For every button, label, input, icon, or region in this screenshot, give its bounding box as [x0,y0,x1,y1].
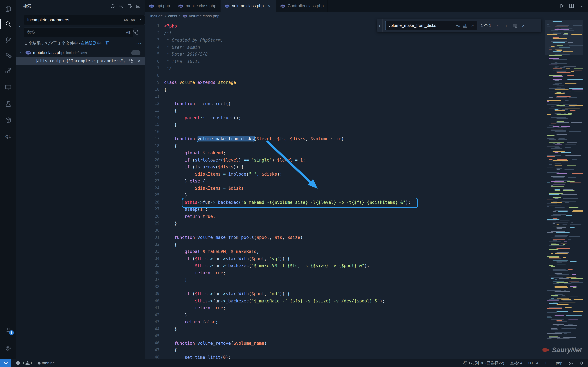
find-in-selection-icon[interactable] [511,22,519,30]
tab-volume-class-php[interactable]: php volume.class.php × [221,0,276,12]
code-line[interactable]: 33 global $_makeLVM, $_makeRaid; [145,248,540,255]
tabnine-status[interactable]: tabnine [38,361,55,365]
whole-word-icon[interactable]: ab [462,22,468,29]
search-match-row[interactable]: $this->output("Incomplete parameters", f… [17,57,145,65]
code-line[interactable]: 38 [145,283,540,290]
notifications-bell-icon[interactable] [579,361,584,366]
settings-button[interactable] [0,343,17,354]
dismiss-match-icon[interactable]: × [136,58,142,64]
code-line[interactable]: 28 return true; [145,213,540,220]
code-line[interactable]: 22 $diskItems = implode(" ", $disks); [145,171,540,178]
eol-status[interactable]: LF [545,361,550,365]
code-line[interactable]: 40 $this->fun->_backexec("$_makeRaid -f … [145,297,540,304]
sidebar-item-codeql[interactable]: QL [0,131,17,142]
sidebar-item-extensions[interactable] [0,66,17,77]
search-file-result[interactable]: › php mobile.class.php include/class 1 [17,49,145,57]
code-line[interactable]: 32 { [145,241,540,248]
code-line[interactable]: 5 * Date: 2019/5/8 [145,51,540,58]
previous-match-icon[interactable]: ↑ [494,22,502,30]
run-icon[interactable] [558,2,566,10]
code-line[interactable]: 30 [145,227,540,234]
sidebar-item-testing[interactable] [0,98,17,109]
replace-input[interactable] [26,30,125,35]
split-editor-icon[interactable] [568,2,576,10]
code-line[interactable]: 42 } [145,311,540,318]
tab-mobile-class-php[interactable]: php mobile.class.php [174,0,221,12]
whole-word-icon[interactable]: ab [130,17,136,23]
code-line[interactable]: 12 function __construct() [145,100,540,107]
match-case-icon[interactable]: Aa [455,22,461,29]
code-line[interactable]: 27 sleep(1); [145,206,540,213]
new-search-editor-icon[interactable] [126,3,133,10]
close-find-icon[interactable]: × [519,22,527,30]
code-line[interactable]: 24 $diskItems = $disks; [145,185,540,192]
remote-indicator[interactable]: >< [0,359,11,367]
code-line[interactable]: 26 $this->fun->_backexec("$_makemd -s{$v… [145,199,540,206]
problems-status[interactable]: 0 0 [16,361,33,365]
next-match-icon[interactable]: ↓ [502,22,510,30]
breadcrumb-item[interactable]: include [150,14,163,18]
code-line[interactable]: 23 } else { [145,178,540,185]
sidebar-item-explorer[interactable] [0,3,17,14]
close-tab-icon[interactable]: × [267,3,272,8]
match-case-icon[interactable]: Aa [122,17,129,23]
code-line[interactable]: 4 * User: admin [145,44,540,51]
code-line[interactable]: 13 { [145,107,540,114]
more-actions-icon[interactable]: ··· [578,2,585,10]
minimap[interactable] [545,20,583,359]
code-line[interactable]: 29 } [145,220,540,227]
cursor-position[interactable]: 行 17, 列 36 (已选择22) [463,360,504,366]
sidebar-item-search[interactable] [0,18,17,30]
broadcast-icon[interactable] [568,361,573,366]
code-line[interactable]: 15 } [145,121,540,128]
breadcrumb-item[interactable]: class [168,14,177,18]
code-line[interactable]: 3 * Created by PhpStorm. [145,37,540,44]
language-mode[interactable]: php [556,361,562,365]
preserve-case-icon[interactable]: AB [125,29,132,36]
accounts-button[interactable]: 1 [0,324,17,335]
collapse-all-icon[interactable] [135,3,142,10]
code-line[interactable]: 31 function volume_make_from_pools($pool… [145,234,540,241]
code-line[interactable]: 41 return true; [145,304,540,311]
code-line[interactable]: 25 } [145,192,540,199]
replace-all-icon[interactable] [131,27,140,37]
code-line[interactable]: 48 set_time_limit(0); [145,354,540,359]
regex-icon[interactable]: .* [469,22,476,29]
chevron-down-icon[interactable]: › [19,52,24,53]
clear-results-icon[interactable] [117,3,125,10]
code-line[interactable]: 11 [145,93,540,100]
code-line[interactable]: 45 [145,333,540,340]
code-line[interactable]: 46 function volume_remove($volume_name) [145,340,540,347]
toggle-replace-button[interactable]: › [17,23,23,30]
breadcrumb[interactable]: include › class › php volume.class.php [145,12,588,20]
indentation-status[interactable]: 空格: 4 [510,360,522,366]
toggle-replace-button[interactable]: › [377,19,383,32]
code-line[interactable]: 21 if (is_array($disks)) { [145,164,540,171]
more-actions-icon[interactable]: ··· [136,41,142,46]
tab-controller-class-php[interactable]: php Controller.class.php [276,0,328,12]
regex-icon[interactable]: .* [137,17,143,23]
code-line[interactable]: 8 [145,72,540,79]
code-lines[interactable]: 1<?php2/**3 * Created by PhpStorm.4 * Us… [145,20,540,359]
code-line[interactable]: 35 $this->fun->_backexec("$_makeLVM -f {… [145,262,540,269]
code-line[interactable]: 14 parent::__construct(); [145,114,540,121]
code-line[interactable]: 10{ [145,86,540,93]
tab-api-php[interactable]: php api.php [145,0,174,12]
find-input[interactable] [388,23,455,28]
code-editor[interactable]: 1<?php2/**3 * Created by PhpStorm.4 * Us… [145,20,588,359]
sidebar-item-source-control[interactable] [0,34,17,45]
code-line[interactable]: 34 if ($this->fun->startWith($pool, "vg"… [145,255,540,262]
sidebar-item-run-debug[interactable] [0,50,17,61]
code-line[interactable]: 17 function volume_make_from_disks($leve… [145,135,540,142]
code-line[interactable]: 36 return true; [145,269,540,276]
code-line[interactable]: 37 } [145,276,540,283]
sidebar-item-remote-explorer[interactable] [0,82,17,93]
replace-match-icon[interactable] [128,58,135,64]
code-line[interactable]: 19 global $_makemd; [145,150,540,157]
code-line[interactable]: 9class volume extends storage [145,79,540,86]
breadcrumb-item[interactable]: volume.class.php [189,14,219,18]
open-in-editor-link[interactable]: 在编辑器中打开 [81,41,109,46]
code-line[interactable]: 20 if (strtolower($level) == "single") $… [145,157,540,164]
code-line[interactable]: 7 */ [145,65,540,72]
code-line[interactable]: 43 return false; [145,318,540,325]
